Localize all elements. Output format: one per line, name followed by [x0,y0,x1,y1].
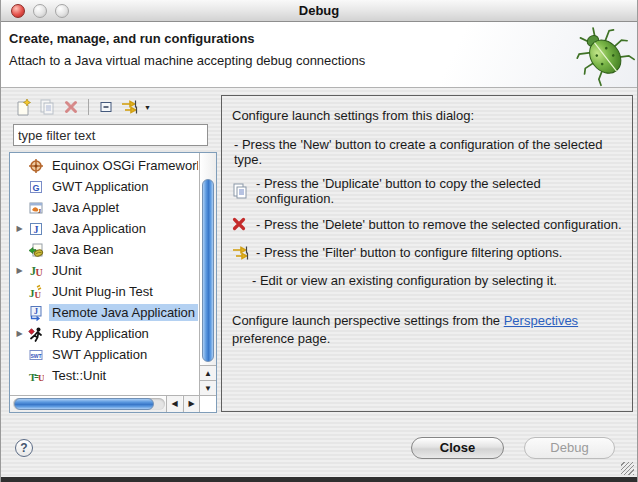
tree-item-swt-application[interactable]: SWT SWT Application [11,344,198,365]
delete-icon[interactable] [59,96,83,118]
test-unit-icon: T U [28,368,44,384]
svg-text:T: T [29,370,37,382]
toolbar-separator [88,99,89,115]
swt-icon: SWT [28,347,44,363]
vertical-scrollbar[interactable]: ▲ ▼ [199,153,216,395]
expander-icon[interactable]: ▶ [11,224,28,233]
info-panel: Configure launch settings from this dial… [221,95,633,412]
debug-button[interactable]: Debug [524,437,615,459]
vertical-scrollbar-thumb[interactable] [202,179,214,362]
tree-item-equinox-osgi-framework[interactable]: Equinox OSGi Framework [11,155,198,176]
filter-icon [232,245,250,261]
bullet-new: - Press the 'New' button to create a con… [232,137,622,167]
filter-icon[interactable] [118,96,142,118]
tree-item-junit-plugin-test[interactable]: J U JUnit Plug-in Test [11,281,198,302]
duplicate-icon [232,183,250,199]
java-bean-icon [28,242,44,258]
tree-item-test-unit[interactable]: T U Test::Unit [11,365,198,386]
tree-item-java-bean[interactable]: Java Bean [11,239,198,260]
junit-plugin-icon: J U [28,284,44,300]
svg-text:SWT: SWT [30,352,41,358]
svg-text:G: G [32,182,39,192]
horizontal-scrollbar-thumb[interactable] [14,398,154,410]
java-applet-icon: J [28,200,44,216]
tree-item-gwt-application[interactable]: G GWT Application [11,176,198,197]
title-bar: Debug [1,0,637,22]
tree-item-remote-java-application[interactable]: J Remote Java Application [11,302,198,323]
svg-text:U: U [35,290,42,300]
tree-item-ruby-application[interactable]: ▶ Ruby Application [11,323,198,344]
collapse-all-icon[interactable] [94,96,118,118]
svg-text:U: U [36,267,43,278]
scroll-down-button[interactable]: ▼ [200,380,216,395]
expander-icon[interactable]: ▶ [11,329,28,338]
scroll-left-button[interactable]: ◀ [166,396,182,412]
debug-dialog-window: Debug Create, manage, and run configurat… [0,0,638,482]
close-button[interactable]: Close [411,437,504,459]
bullet-filter: - Press the 'Filter' button to configure… [232,243,622,262]
panel-intro: Configure launch settings from this dial… [232,108,622,123]
tree-rows: Equinox OSGi Framework G GWT Application [11,155,198,394]
tree-item-java-application[interactable]: ▶ J Java Application [11,218,198,239]
horizontal-scrollbar[interactable]: ◀ ▶ [10,395,199,412]
bullet-duplicate: - Press the 'Duplicate' button to copy t… [232,176,622,206]
java-application-icon: J [28,221,44,237]
duplicate-icon[interactable] [35,96,59,118]
ruby-icon [28,326,44,342]
svg-text:J: J [34,224,39,235]
scrollbar-corner [199,395,216,412]
config-type-tree: Equinox OSGi Framework G GWT Application [9,152,217,413]
expander-icon[interactable]: ▶ [11,266,28,275]
tree-item-junit[interactable]: ▶ J U JUnit [11,260,198,281]
tree-item-java-applet[interactable]: J Java Applet [11,197,198,218]
dialog-header: Create, manage, and run configurations A… [1,22,637,88]
svg-text:J: J [34,307,38,316]
delete-icon [232,217,250,233]
bullet-delete: - Press the 'Delete' button to remove th… [232,215,622,234]
launch-config-toolbar: ▼ [11,95,151,119]
resize-grip[interactable] [621,462,634,475]
bug-icon [573,23,635,90]
perspectives-link[interactable]: Perspectives [504,313,578,328]
gwt-icon: G [28,179,44,195]
perspective-note: Configure launch perspective settings fr… [232,312,604,348]
svg-text:J: J [38,207,41,213]
header-title: Create, manage, and run configurations [9,31,255,46]
bullet-edit: - Edit or view an existing configuration… [232,271,622,290]
help-button[interactable]: ? [15,439,33,457]
equinox-icon [28,158,44,174]
window-bottom-edge [1,477,637,482]
window-title: Debug [1,3,637,18]
scroll-right-button[interactable]: ▶ [183,396,199,412]
remote-java-icon: J [28,305,44,321]
filter-input[interactable] [13,124,208,146]
junit-icon: J U [28,263,44,279]
svg-text:U: U [38,373,44,383]
new-config-icon[interactable] [11,96,35,118]
scroll-up-button[interactable]: ▲ [200,365,216,380]
filter-dropdown-caret[interactable]: ▼ [144,104,151,111]
header-subtitle: Attach to a Java virtual machine accepti… [9,53,365,68]
